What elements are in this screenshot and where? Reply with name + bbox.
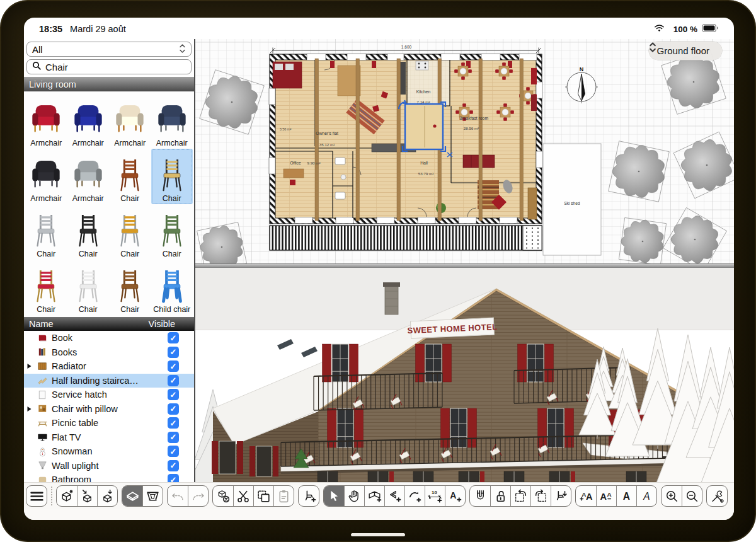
expand-triangle-icon[interactable] bbox=[26, 363, 33, 369]
toolbar-button-rotate-ccw[interactable] bbox=[510, 486, 530, 506]
toolbar-button-new-home[interactable] bbox=[57, 486, 77, 506]
view-3d-canvas[interactable]: SWEET HOME HOTEL bbox=[195, 268, 734, 482]
toolbar-button-redo[interactable] bbox=[188, 486, 208, 506]
toolbar-button-select-tool[interactable] bbox=[324, 486, 344, 506]
catalog-item-child-chair[interactable]: Child chair bbox=[151, 260, 193, 315]
ski-shed[interactable]: Ski shed bbox=[543, 144, 601, 255]
furniture-row-radiator[interactable]: Radiator✓ bbox=[24, 359, 194, 374]
furniture-list-header: Name Visible bbox=[24, 317, 194, 331]
furniture-row-wall-uplight[interactable]: Wall uplight✓ bbox=[24, 459, 194, 473]
visibility-checkbox[interactable]: ✓ bbox=[168, 389, 179, 400]
visibility-checkbox[interactable]: ✓ bbox=[168, 332, 179, 343]
search-input[interactable] bbox=[45, 62, 186, 72]
toolbar-button-toggle-italic[interactable]: A bbox=[636, 486, 656, 506]
toolbar-button-create-rooms[interactable] bbox=[384, 486, 404, 506]
toolbar-button-elevate-furniture[interactable] bbox=[551, 486, 571, 506]
toolbar-button-zoom-out[interactable] bbox=[682, 486, 702, 506]
catalog-item-armchair[interactable]: Armchair bbox=[25, 149, 67, 204]
visibility-checkbox[interactable]: ✓ bbox=[168, 432, 179, 443]
svg-text:A: A bbox=[643, 490, 650, 501]
battery-level-text: 100 % bbox=[673, 25, 697, 34]
toolbar-button-add-furniture[interactable] bbox=[299, 486, 319, 506]
catalog-item-chair[interactable]: Chair bbox=[109, 149, 151, 204]
toolbar-button-create-walls[interactable] bbox=[364, 486, 384, 506]
category-filter-dropdown[interactable]: All bbox=[26, 42, 192, 57]
toolbar-button-view-3d[interactable] bbox=[142, 486, 163, 506]
catalog-search-field[interactable] bbox=[26, 59, 192, 74]
catalog-item-chair[interactable]: Chair bbox=[67, 260, 110, 315]
toolbar-button-undo[interactable] bbox=[168, 486, 188, 506]
lock-base-plan-icon bbox=[493, 488, 508, 504]
toolbar-button-add-text[interactable]: A bbox=[445, 486, 465, 506]
catalog-item-armchair[interactable]: Armchair bbox=[109, 93, 151, 149]
catalog-item-armchair[interactable]: Armchair bbox=[25, 93, 67, 149]
visibility-checkbox[interactable]: ✓ bbox=[168, 360, 179, 372]
visibility-checkbox[interactable]: ✓ bbox=[168, 460, 179, 471]
room-label: Office bbox=[290, 161, 301, 165]
toolbar-button-create-dimensions[interactable]: 10 bbox=[425, 486, 445, 506]
visibility-checkbox[interactable]: ✓ bbox=[168, 375, 179, 386]
toolbar-button-toggle-bold[interactable]: A bbox=[616, 486, 636, 506]
furniture-row-service-hatch[interactable]: Service hatch✓ bbox=[24, 388, 194, 402]
catalog-item-armchair[interactable]: Armchair bbox=[151, 93, 193, 149]
create-walls-icon bbox=[367, 488, 382, 504]
toolbar-button-zoom-in[interactable] bbox=[662, 486, 682, 506]
floor-selector[interactable]: Ground floor bbox=[649, 42, 722, 60]
toolbar-group-0 bbox=[26, 485, 47, 507]
catalog-item-chair[interactable]: Chair bbox=[25, 260, 67, 315]
toolbar-button-menu[interactable] bbox=[26, 486, 47, 506]
furniture-row-half-landing-stairca[interactable]: Half landing stairca…✓ bbox=[24, 374, 194, 388]
catalog-item-chair[interactable]: Chair bbox=[109, 260, 151, 315]
visibility-checkbox[interactable]: ✓ bbox=[168, 417, 179, 429]
catalog-item-armchair[interactable]: Armchair bbox=[67, 93, 110, 149]
furniture-row-chair-with-pillow[interactable]: Chair with pillow✓ bbox=[24, 402, 194, 417]
room-label: Breakfast room bbox=[459, 116, 488, 120]
furniture-row-book[interactable]: Book✓ bbox=[24, 331, 194, 345]
view-splitter[interactable] bbox=[195, 263, 734, 268]
catalog-item-chair[interactable]: Chair bbox=[25, 204, 67, 260]
furniture-row-picnic-table[interactable]: Picnic table✓ bbox=[24, 416, 194, 430]
add-furniture-icon bbox=[301, 488, 317, 504]
zoom-out-icon bbox=[684, 488, 700, 504]
furniture-row-flat-tv[interactable]: Flat TV✓ bbox=[24, 430, 194, 445]
catalog-item-chair[interactable]: Chair bbox=[67, 204, 110, 260]
toolbar-button-magnetism[interactable] bbox=[470, 486, 490, 506]
toolbar-button-cut[interactable] bbox=[233, 486, 253, 506]
plan-view-icon bbox=[125, 488, 140, 504]
toolbar-button-decrease-text-size[interactable]: AA bbox=[596, 486, 616, 506]
catalog-item-chair[interactable]: Chair bbox=[109, 204, 151, 260]
create-dimensions-icon: 10 bbox=[427, 488, 443, 504]
furniture-row-books[interactable]: Books✓ bbox=[24, 345, 194, 360]
toolbar-button-copy[interactable] bbox=[253, 486, 273, 506]
hotel-sign: SWEET HOME HOTEL bbox=[407, 318, 498, 338]
toolbar-button-increase-text-size[interactable]: AA bbox=[576, 486, 596, 506]
toolbar-button-settings[interactable] bbox=[707, 486, 727, 506]
chair-pillow-icon bbox=[37, 403, 49, 415]
toolbar-button-delete-selection[interactable] bbox=[213, 486, 233, 506]
category-filter-value: All bbox=[32, 44, 175, 55]
visibility-checkbox[interactable]: ✓ bbox=[168, 403, 179, 415]
visibility-checkbox[interactable]: ✓ bbox=[168, 347, 179, 358]
toolbar-button-rotate-cw[interactable] bbox=[530, 486, 551, 506]
furniture-row-snowman[interactable]: Snowman✓ bbox=[24, 444, 194, 459]
catalog-item-armchair[interactable]: Armchair bbox=[67, 149, 110, 204]
toolbar-button-lock-base-plan[interactable] bbox=[490, 486, 510, 506]
import-home-icon bbox=[79, 488, 95, 504]
catalog-item-chair[interactable]: Chair bbox=[151, 149, 193, 204]
toolbar-button-export-home[interactable] bbox=[97, 486, 117, 506]
toolbar-button-import-home[interactable] bbox=[77, 486, 97, 506]
toolbar-button-plan-view[interactable] bbox=[122, 486, 142, 506]
furniture-row-bathroom[interactable]: Bathroom✓ bbox=[24, 473, 194, 482]
visibility-checkbox[interactable]: ✓ bbox=[168, 446, 179, 457]
toolbar-button-paste[interactable] bbox=[273, 486, 294, 506]
furniture-list: Book✓Books✓Radiator✓Half landing stairca… bbox=[24, 331, 194, 482]
visibility-checkbox[interactable]: ✓ bbox=[168, 474, 179, 482]
toolbar-button-create-polylines[interactable] bbox=[404, 486, 425, 506]
toolbar-button-pan-tool[interactable] bbox=[344, 486, 364, 506]
expand-triangle-icon[interactable] bbox=[26, 406, 33, 412]
home-indicator[interactable] bbox=[351, 533, 405, 537]
plan-2d-canvas[interactable]: 1.600 bbox=[195, 39, 734, 263]
catalog-item-chair[interactable]: Chair bbox=[151, 204, 193, 260]
chevron-updown-icon bbox=[179, 43, 186, 55]
tv-icon bbox=[37, 431, 49, 443]
